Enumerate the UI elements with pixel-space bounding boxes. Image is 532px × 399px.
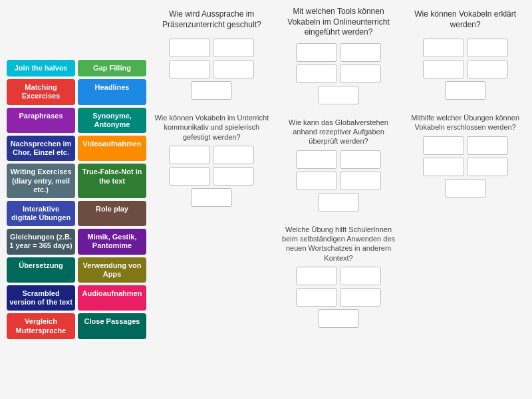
drop-row — [279, 267, 399, 285]
drop-row — [152, 81, 272, 100]
tile-2-0[interactable]: Paraphrases — [7, 108, 75, 133]
drop-box[interactable] — [296, 65, 337, 83]
drop-row — [279, 172, 399, 190]
drop-box[interactable] — [296, 288, 337, 307]
tile-row-8: Scrambled version of the textAudioaufnah… — [7, 285, 146, 311]
tile-row-7: ÜbersetzungVerwendung von Apps — [7, 257, 146, 283]
drop-box[interactable] — [445, 179, 486, 198]
drop-box[interactable] — [467, 60, 508, 78]
drop-box[interactable] — [296, 150, 337, 169]
drop-row — [152, 167, 272, 186]
drop-box[interactable] — [423, 136, 464, 155]
tile-6-1[interactable]: Mimik, Gestik, Pantomime — [78, 229, 146, 254]
tile-3-0[interactable]: Nachsprechen im Chor, Einzel etc. — [7, 136, 75, 161]
drop-row — [405, 136, 525, 155]
column-1-title: Wie wird Aussprache im Präsenzunterricht… — [152, 7, 272, 33]
tile-9-0[interactable]: Vergleich Muttersprache — [7, 313, 75, 338]
drop-row — [279, 43, 399, 62]
column-2-title: Mit welchen Tools können Vokabeln im Onl… — [279, 7, 399, 38]
tile-4-1[interactable]: True-False-Not in the text — [78, 164, 146, 198]
column-2: Mit welchen Tools können Vokabeln im Onl… — [279, 7, 399, 392]
tile-2-1[interactable]: Synonyme, Antonyme — [78, 108, 146, 133]
drop-row — [279, 309, 399, 328]
tile-5-0[interactable]: Interaktive digitale Übungen — [7, 201, 75, 226]
drop-box[interactable] — [340, 267, 381, 285]
tile-4-0[interactable]: Writing Exercises (diary entry, meil etc… — [7, 164, 75, 198]
drop-box[interactable] — [318, 193, 359, 211]
tile-6-0[interactable]: Gleichungen (z.B. 1 year = 365 days) — [7, 229, 75, 254]
drop-box[interactable] — [423, 60, 464, 78]
drop-box[interactable] — [296, 267, 337, 285]
tile-7-0[interactable]: Übersetzung — [7, 257, 75, 283]
tile-row-9: Vergleich MutterspracheClose Passages — [7, 313, 146, 338]
drop-box[interactable] — [191, 81, 232, 100]
drop-row — [405, 81, 525, 100]
dropzone-group-2b — [279, 150, 399, 211]
drop-box[interactable] — [423, 158, 464, 176]
drop-row — [405, 158, 525, 176]
drop-box[interactable] — [445, 81, 486, 100]
drop-box[interactable] — [169, 167, 210, 186]
section-label-3b: Mithilfe welcher Übungen können Vokabeln… — [405, 113, 525, 132]
tile-row-0: Join the halvesGap Filling — [7, 60, 146, 76]
dropzone-group-extra — [279, 267, 399, 328]
dropzone-group-1b — [152, 146, 272, 207]
tile-5-1[interactable]: Role play — [78, 201, 146, 226]
tile-3-1[interactable]: Videoaufnahmen — [78, 136, 146, 161]
column-3: Wie können Vokabeln erklärt werden? Mith… — [405, 7, 525, 392]
drop-box[interactable] — [213, 146, 254, 164]
dropzone-group-1a — [152, 39, 272, 100]
drop-box[interactable] — [467, 136, 508, 155]
center-area: Wie wird Aussprache im Präsenzunterricht… — [152, 7, 525, 392]
drop-box[interactable] — [467, 158, 508, 176]
drop-box[interactable] — [296, 172, 337, 190]
drop-box[interactable] — [296, 43, 337, 62]
drop-box[interactable] — [169, 146, 210, 164]
dropzone-group-2a — [279, 43, 399, 104]
drop-box[interactable] — [169, 60, 210, 78]
drop-box[interactable] — [213, 167, 254, 186]
drop-box[interactable] — [213, 39, 254, 57]
tile-0-1[interactable]: Gap Filling — [78, 60, 146, 76]
drop-box[interactable] — [340, 288, 381, 307]
drop-row — [405, 39, 525, 57]
drop-row — [152, 146, 272, 164]
tile-8-1[interactable]: Audioaufnahmen — [78, 285, 146, 311]
tile-1-1[interactable]: Headlines — [78, 79, 146, 104]
section-label-1b: Wie können Vokabeln im Unterricht kommun… — [152, 113, 272, 142]
drop-box[interactable] — [423, 39, 464, 57]
tile-row-5: Interaktive digitale ÜbungenRole play — [7, 201, 146, 226]
tile-1-0[interactable]: Matching Excercises — [7, 79, 75, 104]
drop-row — [405, 179, 525, 198]
section-label-extra: Welche Übung hilft SchülerInnen beim sel… — [279, 225, 399, 263]
drop-box[interactable] — [340, 150, 381, 169]
tile-8-0[interactable]: Scrambled version of the text — [7, 285, 75, 311]
column-1: Wie wird Aussprache im Präsenzunterricht… — [152, 7, 272, 392]
tile-9-1[interactable]: Close Passages — [78, 313, 146, 338]
tile-7-1[interactable]: Verwendung von Apps — [78, 257, 146, 283]
drop-box[interactable] — [191, 188, 232, 207]
tile-row-2: ParaphrasesSynonyme, Antonyme — [7, 108, 146, 133]
tile-0-0[interactable]: Join the halves — [7, 60, 75, 76]
drop-row — [152, 188, 272, 207]
page: Join the halvesGap FillingMatching Excer… — [0, 0, 532, 399]
drop-box[interactable] — [318, 309, 359, 328]
drop-box[interactable] — [213, 60, 254, 78]
drop-row — [279, 150, 399, 169]
tile-row-3: Nachsprechen im Chor, Einzel etc.Videoau… — [7, 136, 146, 161]
drop-box[interactable] — [318, 86, 359, 104]
section-label-2b: Wie kann das Globalverstehen anhand reze… — [279, 118, 399, 146]
drop-box[interactable] — [169, 39, 210, 57]
dropzone-group-3b — [405, 136, 525, 198]
drop-row — [152, 60, 272, 78]
drop-row — [279, 288, 399, 307]
drop-box[interactable] — [467, 39, 508, 57]
tile-row-1: Matching ExcercisesHeadlines — [7, 79, 146, 104]
dropzone-group-3a — [405, 39, 525, 100]
drop-row — [279, 65, 399, 83]
tile-row-6: Gleichungen (z.B. 1 year = 365 days)Mimi… — [7, 229, 146, 254]
drop-box[interactable] — [340, 172, 381, 190]
drop-box[interactable] — [340, 43, 381, 62]
drop-row — [279, 86, 399, 104]
drop-box[interactable] — [340, 65, 381, 83]
